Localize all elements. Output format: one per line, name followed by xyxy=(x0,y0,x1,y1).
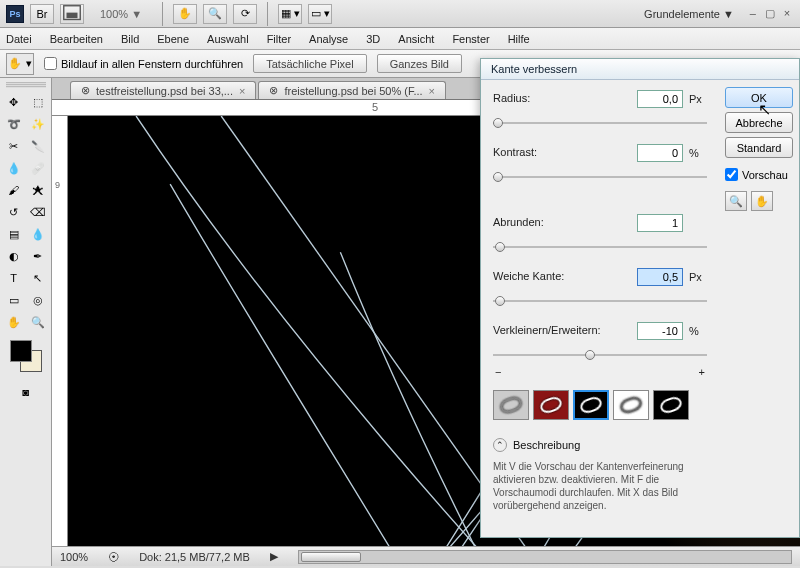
minimize-button[interactable]: – xyxy=(746,6,760,20)
menu-bearbeiten[interactable]: Bearbeiten xyxy=(50,33,103,45)
shape-tool-icon[interactable]: ▭ xyxy=(3,290,25,310)
scroll-all-checkbox[interactable]: Bildlauf in allen Fenstern durchführen xyxy=(44,57,243,70)
rotate-view-icon[interactable]: ⟳ xyxy=(233,4,257,24)
eraser-tool-icon[interactable]: ⌫ xyxy=(27,202,49,222)
menu-datei[interactable]: Datei xyxy=(6,33,32,45)
ok-button[interactable]: OK xyxy=(725,87,793,108)
zoom-tool-icon[interactable]: 🔍 xyxy=(203,4,227,24)
menu-3d[interactable]: 3D xyxy=(366,33,380,45)
close-tab-icon[interactable]: × xyxy=(239,85,245,97)
screen-icon[interactable]: ▭ ▾ xyxy=(308,4,332,24)
arrange-icon[interactable]: ▦ ▾ xyxy=(278,4,302,24)
current-tool-hand-icon[interactable]: ✋ ▾ xyxy=(6,53,34,75)
preview-black[interactable] xyxy=(573,390,609,420)
fit-screen-button[interactable]: Ganzes Bild xyxy=(377,54,462,73)
menu-hilfe[interactable]: Hilfe xyxy=(508,33,530,45)
weiche-slider[interactable] xyxy=(493,294,707,308)
menu-analyse[interactable]: Analyse xyxy=(309,33,348,45)
menu-ebene[interactable]: Ebene xyxy=(157,33,189,45)
brush-tool-icon[interactable]: 🖌 xyxy=(3,180,25,200)
fg-color-swatch[interactable] xyxy=(10,340,32,362)
weiche-label: Weiche Kante: xyxy=(493,268,631,286)
app-topbar: Ps Br 100% ▼ ✋ 🔍 ⟳ ▦ ▾ ▭ ▾ Grundelemente… xyxy=(0,0,800,28)
ruler-vertical: 9 xyxy=(52,116,68,546)
gradient-tool-icon[interactable]: ▤ xyxy=(3,224,25,244)
path-tool-icon[interactable]: ↖ xyxy=(27,268,49,288)
slice-tool-icon[interactable]: 🔪 xyxy=(27,136,49,156)
zoom-tool-icon[interactable]: 🔍 xyxy=(27,312,49,332)
tools-palette: ✥⬚ ➰✨ ✂🔪 💧🩹 🖌🟊 ↺⌫ ▤💧 ◐✒ T↖ ▭◎ ✋🔍 ◙ xyxy=(0,78,52,566)
move-tool-icon[interactable]: ✥ xyxy=(3,92,25,112)
abrunden-input[interactable] xyxy=(637,214,683,232)
weiche-input[interactable] xyxy=(637,268,683,286)
marquee-tool-icon[interactable]: ⬚ xyxy=(27,92,49,112)
close-button[interactable]: × xyxy=(780,6,794,20)
dialog-title: Kante verbessern xyxy=(481,59,799,80)
zoom-level[interactable]: 100% ▼ xyxy=(90,6,152,22)
menubar: Datei Bearbeiten Bild Ebene Auswahl Filt… xyxy=(0,28,800,50)
abrunden-slider[interactable] xyxy=(493,240,707,254)
workspace-selector[interactable]: Grundelemente ▼ xyxy=(644,8,734,20)
crop-tool-icon[interactable]: ✂ xyxy=(3,136,25,156)
preview-standard[interactable] xyxy=(493,390,529,420)
status-zoom[interactable]: 100% xyxy=(60,551,88,563)
zoom-icon[interactable]: 🔍 xyxy=(725,191,747,211)
window-controls: – ▢ × xyxy=(746,6,794,21)
abrunden-label: Abrunden: xyxy=(493,214,631,232)
minus-icon: − xyxy=(495,366,501,378)
svg-rect-1 xyxy=(67,12,78,18)
verkl-slider[interactable] xyxy=(493,348,707,362)
blur-tool-icon[interactable]: 💧 xyxy=(27,224,49,244)
preview-white[interactable] xyxy=(613,390,649,420)
wand-tool-icon[interactable]: ✨ xyxy=(27,114,49,134)
verkl-label: Verkleinern/Erweitern: xyxy=(493,322,631,340)
kontrast-input[interactable] xyxy=(637,144,683,162)
maximize-button[interactable]: ▢ xyxy=(763,7,777,21)
menu-ansicht[interactable]: Ansicht xyxy=(398,33,434,45)
tab-testfreistellung[interactable]: ⊗testfreistellung.psd bei 33,...× xyxy=(70,81,256,99)
refine-edge-dialog: Kante verbessern OK Abbreche Standard Vo… xyxy=(480,58,800,538)
stamp-tool-icon[interactable]: 🟊 xyxy=(27,180,49,200)
screenmode-button[interactable] xyxy=(60,4,84,24)
menu-fenster[interactable]: Fenster xyxy=(452,33,489,45)
lasso-tool-icon[interactable]: ➰ xyxy=(3,114,25,134)
pen-tool-icon[interactable]: ✒ xyxy=(27,246,49,266)
description-text: Mit V die Vorschau der Kantenverfeinerun… xyxy=(493,460,707,512)
color-swatches[interactable] xyxy=(10,340,42,376)
actual-pixels-button[interactable]: Tatsächliche Pixel xyxy=(253,54,366,73)
photoshop-logo-icon: Ps xyxy=(6,5,24,23)
radius-input[interactable] xyxy=(637,90,683,108)
cancel-button[interactable]: Abbreche xyxy=(725,112,793,133)
kontrast-slider[interactable] xyxy=(493,170,707,184)
eyedropper-tool-icon[interactable]: 💧 xyxy=(3,158,25,178)
hand-tool-icon[interactable]: ✋ xyxy=(3,312,25,332)
heal-tool-icon[interactable]: 🩹 xyxy=(27,158,49,178)
status-doc: Dok: 21,5 MB/77,2 MB xyxy=(139,551,250,563)
hand-icon[interactable]: ✋ xyxy=(751,191,773,211)
history-brush-icon[interactable]: ↺ xyxy=(3,202,25,222)
preview-mask[interactable] xyxy=(653,390,689,420)
dodge-tool-icon[interactable]: ◐ xyxy=(3,246,25,266)
radius-slider[interactable] xyxy=(493,116,707,130)
verkl-input[interactable] xyxy=(637,322,683,340)
kontrast-label: Kontrast: xyxy=(493,144,631,162)
type-tool-icon[interactable]: T xyxy=(3,268,25,288)
tab-freistellung[interactable]: ⊗freistellung.psd bei 50% (F...× xyxy=(258,81,446,99)
quickmask-icon[interactable]: ◙ xyxy=(15,382,37,402)
preview-checkbox[interactable]: Vorschau xyxy=(725,168,793,181)
menu-filter[interactable]: Filter xyxy=(267,33,291,45)
close-tab-icon[interactable]: × xyxy=(429,85,435,97)
palette-grip[interactable] xyxy=(6,82,46,88)
collapse-icon[interactable]: ⌃ xyxy=(493,438,507,452)
default-button[interactable]: Standard xyxy=(725,137,793,158)
menu-auswahl[interactable]: Auswahl xyxy=(207,33,249,45)
scrollbar-horizontal[interactable] xyxy=(298,550,792,564)
description-heading: Beschreibung xyxy=(513,439,580,451)
preview-modes xyxy=(493,390,707,420)
status-bar: 100% 🖸 Dok: 21,5 MB/77,2 MB ▶ xyxy=(52,546,800,566)
menu-bild[interactable]: Bild xyxy=(121,33,139,45)
hand-tool-icon[interactable]: ✋ xyxy=(173,4,197,24)
3d-tool-icon[interactable]: ◎ xyxy=(27,290,49,310)
preview-overlay[interactable] xyxy=(533,390,569,420)
bridge-button[interactable]: Br xyxy=(30,4,54,24)
